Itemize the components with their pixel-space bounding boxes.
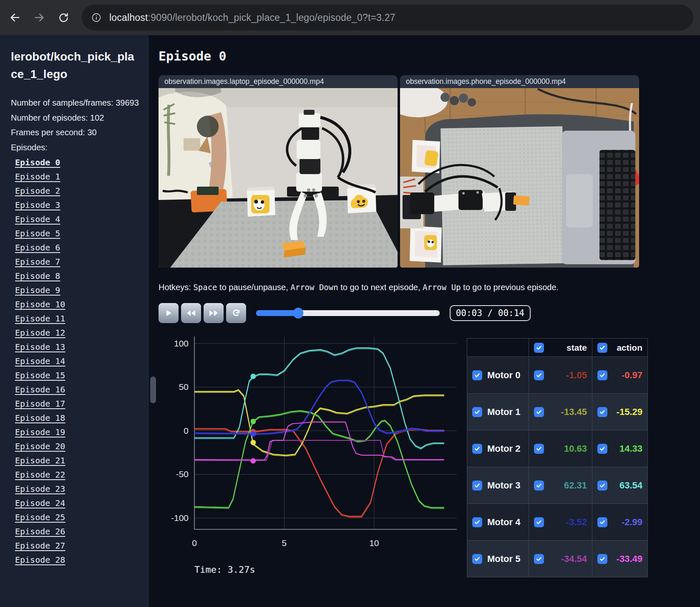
checkbox[interactable] [534,554,544,564]
episode-link[interactable]: Episode 14 [15,356,65,366]
episode-link[interactable]: Episode 13 [15,342,65,352]
checkbox[interactable] [534,481,544,491]
episode-link[interactable]: Episode 24 [15,498,65,508]
sidebar-scrollbar-thumb[interactable] [150,377,156,403]
rewind-button[interactable] [181,303,201,323]
checkbox[interactable] [472,407,482,417]
checkbox[interactable] [597,407,607,417]
episode-link[interactable]: Episode 23 [15,484,65,494]
episode-link[interactable]: Episode 27 [15,541,65,551]
forward-arrow-icon [33,12,45,23]
motor-name: Motor 1 [487,407,520,417]
episode-list-item: Episode 4 [11,212,139,227]
episode-link[interactable]: Episode 4 [15,214,60,224]
checkbox[interactable] [472,444,482,454]
site-info-button[interactable] [88,9,105,26]
episode-link[interactable]: Episode 28 [15,555,65,565]
loop-button[interactable] [226,303,246,323]
checkbox[interactable] [534,370,544,380]
motor-chart: 100500-50-1000510 Time: 3.27s [159,326,462,577]
video-card-laptop: observation.images.laptop_episode_000000… [159,75,398,268]
episode-link[interactable]: Episode 10 [15,299,65,309]
episode-link[interactable]: Episode 25 [15,512,65,522]
episode-list-item: Episode 9 [11,283,139,298]
motor-action-value: 63.54 [619,480,642,491]
checkbox[interactable] [472,481,482,491]
episode-link[interactable]: Episode 20 [15,441,65,451]
sidebar: lerobot/koch_pick_place_1_lego Number of… [0,35,149,607]
seek-slider[interactable] [256,310,440,316]
checkbox[interactable] [534,343,544,353]
episode-link[interactable]: Episode 3 [15,200,60,210]
episode-link[interactable]: Episode 0 [15,157,60,167]
episode-link[interactable]: Episode 15 [15,370,65,380]
checkbox[interactable] [597,481,607,491]
info-icon [91,13,101,23]
checkbox[interactable] [597,517,607,527]
episode-link[interactable]: Episode 9 [15,285,60,295]
episode-link[interactable]: Episode 17 [15,399,65,409]
check-icon [536,445,542,452]
episode-link[interactable]: Episode 5 [15,228,60,238]
episode-link[interactable]: Episode 6 [15,243,60,253]
checkbox[interactable] [472,517,482,527]
episode-list-item: Episode 7 [11,255,139,269]
checkbox[interactable] [472,554,482,564]
episode-link[interactable]: Episode 19 [15,427,65,437]
stat-fps: Frames per second: 30 [11,125,139,140]
episode-list-item: Episode 12 [11,326,139,340]
episode-list-item: Episode 22 [11,468,139,482]
episode-link[interactable]: Episode 26 [15,526,65,536]
checkbox[interactable] [597,444,607,454]
reload-button[interactable] [54,8,73,27]
check-icon [599,445,606,452]
episode-link[interactable]: Episode 1 [15,172,60,182]
episode-link[interactable]: Episode 8 [15,271,60,281]
playback-controls: 00:03 / 00:14 [159,303,531,323]
check-icon [474,482,481,489]
episode-list-item: Episode 24 [11,496,139,511]
checkbox[interactable] [534,517,544,527]
forward-button[interactable] [30,8,48,27]
episode-list: Episode 0Episode 1Episode 2Episode 3Epis… [11,156,139,567]
checkbox[interactable] [597,554,607,564]
svg-text:0: 0 [192,538,197,548]
episode-link[interactable]: Episode 21 [15,455,65,465]
svg-text:-50: -50 [176,469,189,479]
checkbox[interactable] [597,343,607,353]
back-button[interactable] [6,8,24,27]
motor-name: Motor 5 [487,554,520,564]
motor-state-value: 62.31 [564,480,587,491]
stat-episodes: Number of episodes: 102 [11,111,139,126]
hotkeys-segment: Arrow Down [290,283,338,292]
checkbox[interactable] [534,444,544,454]
checkbox[interactable] [472,370,482,380]
checkbox[interactable] [597,370,607,380]
episode-list-item: Episode 0 [11,156,139,170]
hotkeys-segment: Hotkeys: [159,283,193,292]
video-card-phone: observation.images.phone_episode_000000.… [400,75,639,268]
episode-link[interactable]: Episode 22 [15,470,65,480]
hotkeys-help: Hotkeys: Space to pause/unpause, Arrow D… [159,283,700,292]
episode-link[interactable]: Episode 2 [15,186,60,196]
seek-slider-fill [256,310,298,316]
check-icon [536,482,542,489]
episode-link[interactable]: Episode 7 [15,257,60,267]
check-icon [536,409,542,415]
episode-link[interactable]: Episode 18 [15,413,65,423]
fast-forward-button[interactable] [204,303,224,323]
check-icon [599,409,606,415]
play-button[interactable] [159,303,179,323]
episode-link[interactable]: Episode 16 [15,384,65,395]
svg-text:50: 50 [179,382,189,392]
episode-link[interactable]: Episode 11 [15,314,65,324]
browser-toolbar: localhost:9090/lerobot/koch_pick_place_1… [0,0,700,35]
check-icon [474,409,481,415]
time-display: 00:03 / 00:14 [450,305,531,321]
svg-text:5: 5 [282,538,287,548]
action-header: action [617,343,642,353]
url-bar[interactable]: localhost:9090/lerobot/koch_pick_place_1… [82,5,693,30]
seek-slider-thumb[interactable] [293,308,303,319]
checkbox[interactable] [534,407,544,417]
episode-link[interactable]: Episode 12 [15,328,65,338]
